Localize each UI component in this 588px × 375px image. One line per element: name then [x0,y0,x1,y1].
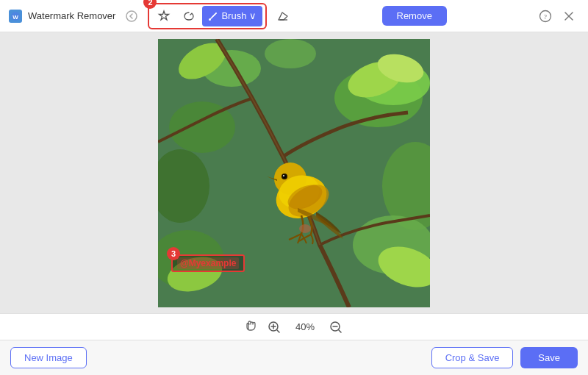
svg-line-39 [339,330,341,332]
crop-save-button[interactable]: Crop & Save [431,347,514,368]
svg-text:?: ? [544,13,547,21]
step3-badge: 3 [167,247,180,260]
lasso-tool-button[interactable] [177,6,201,26]
eraser-button[interactable] [273,6,293,26]
footer-right: Crop & Save Save [431,347,578,368]
back-button[interactable] [121,6,142,26]
svg-point-31 [283,175,284,176]
main-canvas-area[interactable]: 3 @Myexample [0,32,588,313]
watermark-selection[interactable]: 3 @Myexample [171,254,245,272]
window-controls: ? [535,6,579,26]
close-button[interactable] [559,6,579,26]
zoom-out-button[interactable] [327,318,345,336]
app-icon: W [9,10,22,23]
tools-group: 2 Brush ∨ [148,3,267,29]
hand-icon [243,319,257,335]
svg-point-3 [209,18,211,21]
star-tool-button[interactable] [152,6,176,26]
brush-tool-button[interactable]: Brush ∨ [202,6,262,26]
footer-bar: New Image Crop & Save Save [0,340,588,375]
watermark-text: @Myexample [177,257,239,269]
remove-button[interactable]: Remove [382,6,447,26]
new-image-button[interactable]: New Image [10,347,87,368]
zoom-in-button[interactable] [265,318,283,336]
svg-point-2 [126,11,137,21]
zoom-level: 40% [292,321,318,332]
svg-line-36 [277,330,279,332]
zoom-bar: 40% [0,313,588,340]
svg-text:W: W [12,14,18,21]
svg-point-18 [265,39,316,68]
title-bar: W Watermark Remover 2 [0,0,588,32]
save-button[interactable]: Save [520,347,578,368]
app-title: Watermark Remover [28,10,115,21]
help-button[interactable]: ? [535,6,556,26]
image-container: 3 @Myexample [158,39,430,307]
svg-point-32 [299,224,311,233]
